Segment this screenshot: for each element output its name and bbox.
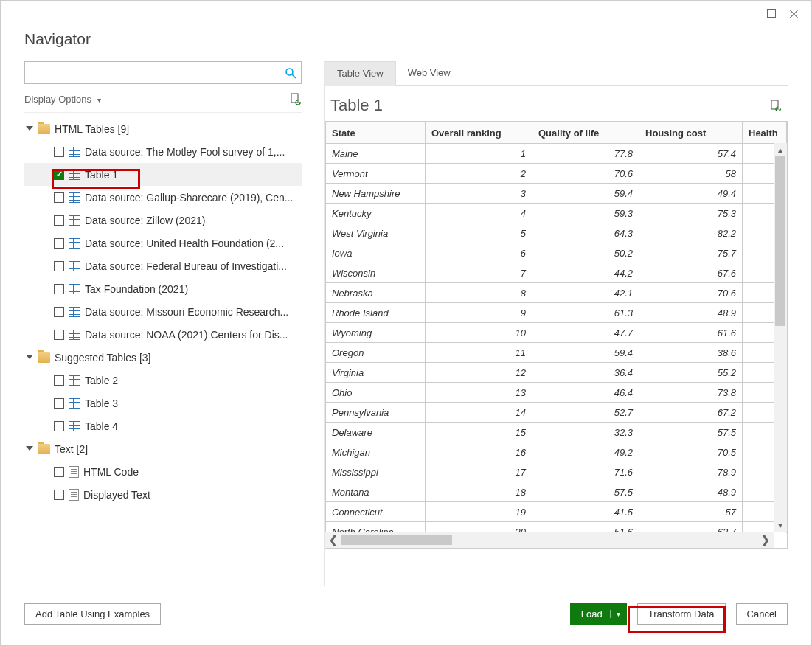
table-row[interactable]: Connecticut1941.557 — [326, 502, 787, 522]
chevron-down-icon[interactable]: ▾ — [610, 610, 620, 618]
tree-item[interactable]: Table 1 — [24, 163, 302, 186]
table-row[interactable]: Virginia1236.455.2 — [326, 363, 787, 383]
tree-item-checkbox[interactable] — [54, 375, 64, 386]
tree-item[interactable]: Data source: NOAA (2021) Centers for Dis… — [24, 323, 302, 346]
add-table-using-examples-button[interactable]: Add Table Using Examples — [24, 603, 161, 625]
search-input[interactable] — [30, 66, 285, 79]
tree-item-checkbox[interactable] — [54, 192, 64, 203]
display-options-dropdown[interactable]: Display Options ▾ — [24, 94, 101, 105]
table-cell: 4 — [426, 204, 532, 223]
maximize-icon[interactable] — [767, 9, 776, 18]
table-cell: 36.4 — [532, 363, 639, 383]
table-row[interactable]: Wisconsin744.267.6 — [326, 263, 787, 283]
table-row[interactable]: Nebraska842.170.6 — [326, 283, 787, 303]
tree-item-checkbox[interactable] — [54, 330, 64, 340]
table-cell: 67.2 — [639, 403, 743, 423]
table-row[interactable]: Kentucky459.375.3 — [326, 204, 787, 223]
tree-group[interactable]: HTML Tables [9] — [24, 117, 302, 140]
tree-item[interactable]: Data source: United Health Foundation (2… — [24, 232, 302, 254]
column-header[interactable]: Quality of life — [532, 122, 639, 144]
cancel-button[interactable]: Cancel — [736, 603, 788, 625]
table-cell: 16 — [426, 442, 532, 462]
tree-item-checkbox[interactable] — [54, 215, 64, 226]
scroll-up-icon[interactable]: ▲ — [774, 143, 787, 156]
search-input-wrap[interactable] — [24, 61, 302, 84]
tree-item[interactable]: Table 4 — [24, 414, 302, 437]
table-row[interactable]: New Hampshire359.449.4 — [326, 184, 787, 204]
refresh-icon[interactable] — [290, 93, 302, 105]
tree-item-checkbox[interactable] — [54, 238, 64, 249]
table-cell: 61.6 — [639, 323, 743, 343]
table-cell: 49.2 — [532, 442, 639, 462]
table-cell: 55.2 — [639, 363, 743, 383]
column-header[interactable]: Overall ranking — [426, 122, 532, 144]
table-row[interactable]: Rhode Island961.348.9 — [326, 303, 787, 323]
tab-web-view[interactable]: Web View — [396, 61, 462, 85]
load-button[interactable]: Load ▾ — [570, 603, 627, 625]
tree-item-checkbox[interactable] — [54, 398, 64, 409]
tree-group[interactable]: Suggested Tables [3] — [24, 346, 302, 369]
tree-group[interactable]: Text [2] — [24, 437, 302, 460]
table-row[interactable]: Michigan1649.270.5 — [326, 442, 787, 462]
table-row[interactable]: Mississippi1771.678.9 — [326, 462, 787, 482]
scroll-down-icon[interactable]: ▼ — [774, 518, 787, 532]
tree-item-checkbox[interactable] — [54, 284, 64, 294]
column-header[interactable]: Health — [743, 122, 787, 144]
tree-item[interactable]: Data source: Zillow (2021) — [24, 209, 302, 232]
scroll-left-icon[interactable]: ❮ — [325, 532, 341, 548]
tree-item[interactable]: Data source: The Motley Fool survey of 1… — [24, 140, 302, 163]
horizontal-scrollbar[interactable]: ❮ ❯ — [325, 532, 774, 548]
close-icon[interactable] — [789, 9, 799, 19]
tree-item-label: Data source: The Motley Fool survey of 1… — [85, 141, 285, 163]
scroll-thumb-v[interactable] — [775, 156, 785, 326]
tab-table-view[interactable]: Table View — [325, 61, 396, 86]
table-cell: 77.8 — [532, 144, 639, 164]
column-header[interactable]: State — [326, 122, 426, 144]
tree-item-checkbox[interactable] — [54, 307, 64, 317]
scroll-thumb-h[interactable] — [341, 535, 452, 545]
table-row[interactable]: West Virginia564.382.2 — [326, 223, 787, 243]
table-row[interactable]: Maine177.857.4 — [326, 144, 787, 164]
table-cell: 78.9 — [639, 462, 743, 482]
vertical-scrollbar[interactable]: ▲ ▼ — [774, 143, 787, 532]
tree-item[interactable]: Displayed Text — [24, 483, 302, 506]
tree-item[interactable]: Table 3 — [24, 392, 302, 414]
table-row[interactable]: Montana1857.548.9 — [326, 482, 787, 502]
tree-item[interactable]: Tax Foundation (2021) — [24, 277, 302, 300]
table-icon — [69, 192, 80, 203]
scroll-right-icon[interactable]: ❯ — [757, 532, 774, 548]
table-cell: Iowa — [326, 243, 426, 263]
tree-item-checkbox[interactable] — [54, 467, 64, 477]
preview-refresh-icon[interactable] — [770, 100, 782, 111]
tree-item-checkbox[interactable] — [54, 147, 64, 157]
tree-item-checkbox[interactable] — [54, 490, 64, 500]
tree-item-checkbox[interactable] — [54, 421, 64, 431]
table-icon — [69, 261, 80, 271]
search-icon[interactable] — [285, 67, 296, 79]
tree-item[interactable]: Table 2 — [24, 369, 302, 392]
tree-item-label: Table 2 — [85, 369, 118, 392]
tree-item-checkbox[interactable] — [54, 261, 64, 271]
table-row[interactable]: Pennsylvania1452.767.2 — [326, 403, 787, 423]
tree-item[interactable]: Data source: Federal Bureau of Investiga… — [24, 254, 302, 277]
tree-item-checkbox[interactable] — [54, 170, 64, 180]
table-cell: 64.3 — [532, 223, 639, 243]
tree-item[interactable]: Data source: Missouri Economic Research.… — [24, 300, 302, 323]
table-cell: Wisconsin — [326, 263, 426, 283]
table-cell: Nebraska — [326, 283, 426, 303]
transform-data-button[interactable]: Transform Data — [637, 603, 726, 625]
tree-item[interactable]: HTML Code — [24, 460, 302, 483]
table-cell: 14 — [426, 403, 532, 423]
table-row[interactable]: Wyoming1047.761.6 — [326, 323, 787, 343]
table-row[interactable]: Iowa650.275.7 — [326, 243, 787, 263]
tree-item[interactable]: Data source: Gallup-Sharecare (2019), Ce… — [24, 186, 302, 209]
column-header[interactable]: Housing cost — [639, 122, 743, 144]
table-cell: 46.4 — [532, 383, 639, 403]
folder-icon — [38, 124, 50, 134]
table-row[interactable]: Ohio1346.473.8 — [326, 383, 787, 403]
table-cell: 57 — [639, 502, 743, 522]
table-row[interactable]: Vermont270.658 — [326, 164, 787, 184]
table-row[interactable]: Oregon1159.438.6 — [326, 343, 787, 363]
table-cell: 48.9 — [639, 482, 743, 502]
table-row[interactable]: Delaware1532.357.5 — [326, 423, 787, 442]
